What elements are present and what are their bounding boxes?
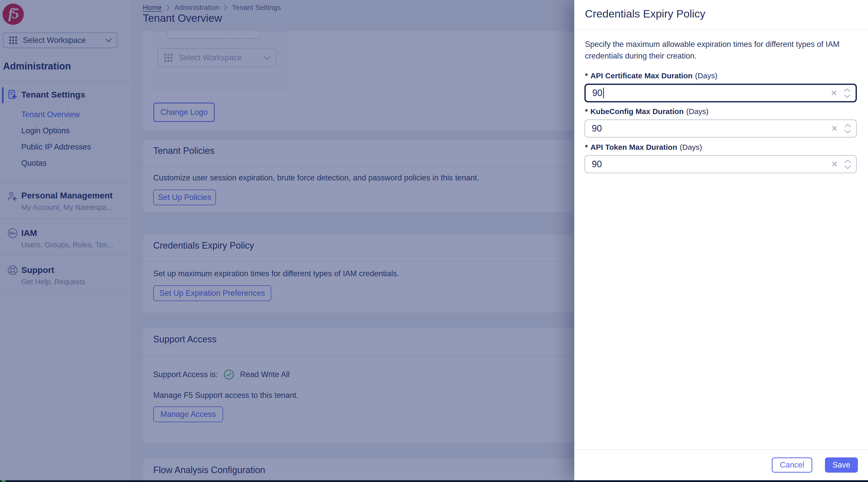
clear-icon[interactable]: ✕ xyxy=(831,124,838,133)
stepper-up-icon xyxy=(844,124,851,127)
number-stepper[interactable] xyxy=(844,124,851,134)
field-label-text: API Certificate Max Duration xyxy=(590,72,692,80)
required-marker: * xyxy=(585,107,588,116)
field-label-text: KubeConfig Max Duration xyxy=(590,107,684,116)
api-token-max-duration-label: * API Token Max Duration (Days) xyxy=(585,143,702,151)
api-certificate-max-duration-input[interactable]: 90 ✕ xyxy=(584,84,857,103)
field-label-suffix: (Days) xyxy=(686,107,709,116)
input-value: 90 xyxy=(592,159,602,170)
input-value: 90 xyxy=(592,123,602,134)
save-button[interactable]: Save xyxy=(825,457,858,473)
stepper-down-icon xyxy=(844,166,851,169)
panel-title: Credentials Expiry Policy xyxy=(585,8,706,20)
clear-icon[interactable]: ✕ xyxy=(831,160,838,168)
stepper-down-icon xyxy=(844,130,851,134)
panel-footer: Cancel Save xyxy=(574,449,868,480)
panel-header: Credentials Expiry Policy xyxy=(574,0,868,30)
cancel-label: Cancel xyxy=(780,460,804,470)
window-bottom-edge-green-segment xyxy=(2,480,6,482)
input-controls: ✕ xyxy=(831,124,851,134)
required-marker: * xyxy=(585,143,588,151)
api-certificate-max-duration-label: * API Certificate Max Duration (Days) xyxy=(585,72,717,80)
text-caret xyxy=(603,88,604,98)
stepper-up-icon xyxy=(844,160,851,163)
stepper-up-icon xyxy=(844,88,850,92)
panel-description: Specify the maximum allowable expiration… xyxy=(585,38,851,62)
input-controls: ✕ xyxy=(831,88,850,98)
cancel-button[interactable]: Cancel xyxy=(772,457,812,473)
window-bottom-edge xyxy=(0,480,868,482)
clear-icon[interactable]: ✕ xyxy=(831,89,837,97)
app-root: f5 Select Workspace Administration xyxy=(0,0,868,482)
input-controls: ✕ xyxy=(831,160,851,169)
api-token-max-duration-input[interactable]: 90 ✕ xyxy=(584,155,857,173)
field-label-suffix: (Days) xyxy=(695,72,717,80)
kubeconfig-max-duration-label: * KubeConfig Max Duration (Days) xyxy=(585,107,709,116)
field-label-suffix: (Days) xyxy=(680,143,702,151)
save-label: Save xyxy=(833,460,850,470)
credentials-expiry-panel: Credentials Expiry Policy Specify the ma… xyxy=(574,0,868,480)
number-stepper[interactable] xyxy=(844,88,850,98)
stepper-down-icon xyxy=(844,94,850,98)
number-stepper[interactable] xyxy=(844,160,851,169)
kubeconfig-max-duration-input[interactable]: 90 ✕ xyxy=(584,119,857,138)
field-label-text: API Token Max Duration xyxy=(590,143,677,151)
required-marker: * xyxy=(585,72,588,80)
input-value: 90 xyxy=(592,88,602,98)
